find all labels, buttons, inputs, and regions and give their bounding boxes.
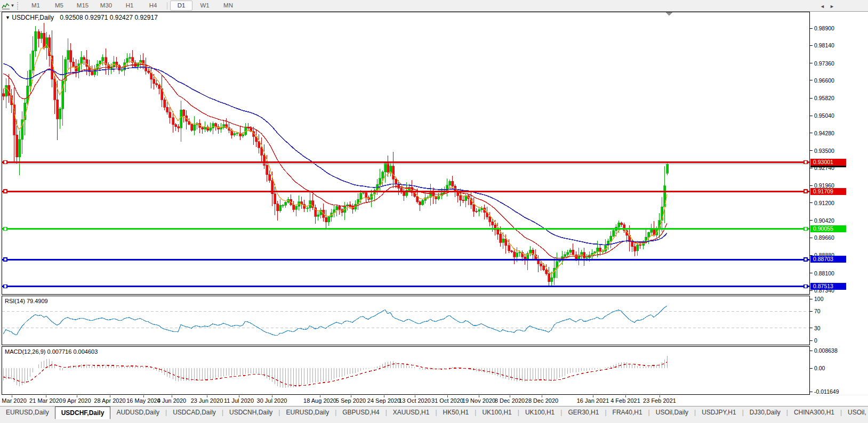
chart-tab-usoil[interactable]: USOil,	[842, 406, 868, 418]
chart-tab-fra40-h1[interactable]: FRA40,H1	[607, 406, 648, 418]
chart-tab-audusd-daily[interactable]: AUDUSD,Daily	[110, 406, 165, 418]
chart-tab-usdchf-daily[interactable]: USDCHF,Daily	[55, 406, 111, 419]
date-label: 19 Nov 2020	[462, 397, 495, 404]
chart-tab-usdcnh-daily[interactable]: USDCNH,Daily	[223, 406, 278, 418]
time-axis[interactable]: 3 Mar 202021 Mar 20209 Apr 202028 Apr 20…	[0, 395, 868, 406]
macd-indicator-label: MACD(12,26,9) 0.007716 0.004603	[5, 348, 98, 355]
chart-symbol-label: USDCHF,Daily	[12, 14, 54, 21]
chart-tab-uk100-h1[interactable]: UK100,H1	[519, 406, 560, 418]
chart-tabs: EURUSD,DailyUSDCHF,DailyAUDUSD,Daily|USD…	[0, 406, 868, 423]
chart-tab-xauusd-h1[interactable]: XAUUSD,H1	[387, 406, 436, 418]
price-axis-label: 0.88100	[814, 270, 834, 276]
date-label: 9 Apr 2020	[62, 397, 91, 404]
rsi-panel[interactable]	[2, 296, 810, 345]
chart-title: ▼ USDCHF,Daily 0.92508 0.92971 0.92427 0…	[5, 14, 158, 21]
rsi-axis-label: 100	[814, 296, 824, 302]
line-chart-icon	[2, 2, 10, 10]
price-axis-label: 0.90420	[814, 217, 834, 224]
chart-tab-eurusd-daily[interactable]: EURUSD,Daily	[0, 406, 55, 418]
date-label: 30 Jul 2020	[257, 397, 287, 404]
timeframe-button-m5[interactable]: M5	[48, 1, 70, 11]
chart-tab-usdjpy-h1[interactable]: USDJPY,H1	[696, 406, 742, 418]
chart-tab-ger30-h1[interactable]: GER30,H1	[562, 406, 605, 418]
indicators-icon[interactable]: ▼	[0, 1, 16, 11]
hline-price-chip: 0.91709	[810, 188, 846, 195]
hline-price-chip: 0.90055	[810, 225, 846, 232]
collapse-arrow-icon[interactable]: ▼	[5, 15, 10, 20]
macd-axis-label: 0.008638	[814, 347, 838, 354]
chart-tab-dj30-daily[interactable]: DJ30,Daily	[744, 406, 786, 418]
chart-tab-usdcad-daily[interactable]: USDCAD,Daily	[167, 406, 222, 418]
date-label: 5 Sep 2020	[336, 397, 366, 404]
rsi-axis-label: 70	[814, 308, 821, 314]
chart-tab-eurusd-daily[interactable]: EURUSD,Daily	[280, 406, 335, 418]
chart-tab-china300-h1[interactable]: CHINA300,H1	[788, 406, 840, 418]
date-label: 13 Oct 2020	[399, 397, 431, 404]
chart-ohlc-values: 0.92508 0.92971 0.92427 0.92917	[60, 14, 158, 21]
hline-price-chip: 0.93001	[810, 159, 846, 166]
tabs-scroll-left-arrow[interactable]: ◄	[820, 4, 825, 9]
price-axis-label: 0.96600	[814, 77, 834, 84]
timeframe-button-m30[interactable]: M30	[95, 1, 117, 11]
price-chart-panel[interactable]	[2, 12, 810, 295]
date-label: 16 Jan 2021	[577, 397, 609, 404]
chevron-down-icon: ▼	[11, 3, 15, 8]
line-handle	[4, 160, 7, 164]
timeframe-button-d1[interactable]: D1	[170, 1, 192, 11]
date-label: 28 Dec 2020	[525, 397, 558, 404]
line-handle	[4, 285, 7, 288]
toolbar: ▼ M1M5M15M30H1H4D1W1MN	[0, 0, 868, 12]
timeframe-button-w1[interactable]: W1	[194, 1, 216, 11]
date-label: 23 Feb 2021	[643, 397, 676, 404]
line-handle	[804, 227, 807, 230]
price-axis-label: 0.95040	[814, 112, 834, 119]
timeframe-button-h1[interactable]: H1	[118, 1, 141, 11]
chart-tab-uk100-h1[interactable]: UK100,H1	[476, 406, 517, 418]
macd-panel[interactable]	[2, 346, 810, 395]
line-handle	[804, 285, 807, 288]
line-handle	[804, 190, 807, 193]
price-axis-label: 0.89660	[814, 234, 834, 241]
line-handle	[4, 227, 7, 230]
price-axis-label: 0.93500	[814, 148, 834, 154]
date-label: 11 Jul 2020	[224, 397, 254, 404]
date-label: 21 Mar 2020	[29, 397, 62, 404]
timeframe-button-h4[interactable]: H4	[142, 1, 164, 11]
date-label: 4 Feb 2021	[610, 397, 640, 404]
rsi-indicator-label: RSI(14) 79.4909	[5, 298, 48, 304]
date-label: 31 Oct 2020	[431, 397, 463, 404]
date-label: 4 Jun 2020	[157, 397, 186, 404]
rsi-axis-label: 0	[814, 337, 817, 344]
price-axis-label: 0.97360	[814, 60, 834, 67]
date-label: 23 Jun 2020	[191, 397, 223, 404]
chart-tab-usoil-daily[interactable]: USOil,Daily	[650, 406, 694, 418]
chart-tab-hk50-h1[interactable]: HK50,H1	[437, 406, 475, 418]
timeframe-button-m1[interactable]: M1	[25, 1, 47, 11]
toolbar-separator	[167, 2, 167, 10]
date-label: 18 Aug 2020	[303, 397, 336, 404]
date-label: 24 Sep 2020	[367, 397, 400, 404]
date-label: 3 Mar 2020	[0, 397, 27, 404]
date-label: 28 Apr 2020	[94, 397, 125, 404]
price-axis-label: 0.98140	[814, 42, 834, 48]
macd-axis-label: -0.011649	[814, 388, 839, 395]
macd-axis-label: 0.00	[814, 365, 825, 371]
timeframe-toolbar: M1M5M15M30H1H4D1W1MN	[24, 1, 240, 11]
rsi-axis-label: 30	[814, 325, 821, 331]
line-handle	[804, 258, 807, 261]
hline-price-chip: 0.87513	[810, 283, 846, 290]
chart-tab-gbpusd-h4[interactable]: GBPUSD,H4	[336, 406, 385, 418]
price-axis-label: 0.98900	[814, 25, 834, 31]
timeframe-button-m15[interactable]: M15	[71, 1, 94, 11]
tabs-scroll-right-arrow[interactable]: ►	[830, 4, 834, 9]
date-label: 16 May 2020	[126, 397, 160, 404]
line-handle	[804, 160, 807, 164]
timeframe-button-mn[interactable]: MN	[217, 1, 239, 11]
price-axis-label: 0.91200	[814, 200, 834, 206]
price-axis-label: 0.94280	[814, 130, 834, 136]
toolbar-grip[interactable]	[17, 2, 21, 10]
hline-price-chip: 0.88703	[810, 256, 846, 263]
date-label: 8 Dec 2020	[495, 397, 525, 404]
price-axis-label: 0.95820	[814, 95, 834, 101]
trading-platform-window: ▼ M1M5M15M30H1H4D1W1MN ▼ USDCHF,Daily 0.…	[0, 0, 868, 423]
